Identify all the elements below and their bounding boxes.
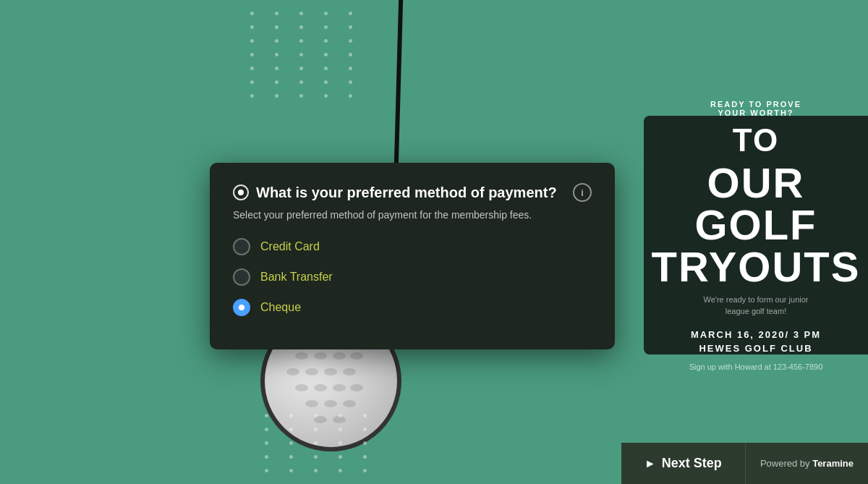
cheque-label: Cheque	[260, 301, 301, 314]
radio-icon-inner	[238, 190, 244, 195]
subtitle-text: We're ready to form our juniorleague gol…	[704, 294, 809, 318]
bank-transfer-label: Bank Transfer	[260, 271, 333, 284]
dot-pattern-bottom	[253, 402, 389, 484]
welcome-to-text: TO	[733, 124, 779, 156]
next-step-label: Next Step	[662, 456, 722, 471]
brand-name: Teramine	[812, 458, 854, 469]
event-date: MARCH 16, 2020/ 3 PM	[691, 329, 821, 340]
right-panel: READY TO PROVEYOUR WORTH? TO OUR GOLF TR…	[644, 116, 868, 354]
bank-transfer-radio[interactable]	[233, 268, 250, 286]
modal-header: What is your preferred method of payment…	[233, 183, 592, 202]
credit-card-option[interactable]: Credit Card	[233, 238, 592, 255]
next-step-arrow: ►	[644, 457, 656, 470]
modal-radio-icon	[233, 184, 249, 200]
credit-card-label: Credit Card	[260, 240, 320, 253]
powered-by-label: Powered by Teramine	[745, 443, 868, 484]
modal-subtitle: Select your preferred method of payment …	[233, 209, 592, 221]
payment-modal: What is your preferred method of payment…	[210, 163, 615, 349]
bank-transfer-option[interactable]: Bank Transfer	[233, 268, 592, 286]
signup-text: Sign up with Howard at 123-456-7890	[689, 362, 823, 371]
modal-title: What is your preferred method of payment…	[256, 184, 557, 201]
cheque-option[interactable]: Cheque	[233, 299, 592, 316]
credit-card-radio[interactable]	[233, 238, 250, 255]
event-location: HEWES GOLF CLUB	[699, 343, 812, 354]
cheque-radio[interactable]	[233, 299, 250, 316]
bottom-bar: ► Next Step Powered by Teramine	[621, 443, 868, 484]
modal-title-row: What is your preferred method of payment…	[233, 184, 557, 201]
golf-text: OUR GOLF TRYOUTS	[652, 162, 861, 288]
background: READY TO PROVEYOUR WORTH? TO OUR GOLF TR…	[0, 0, 868, 484]
ready-text: READY TO PROVEYOUR WORTH?	[710, 100, 801, 117]
info-icon[interactable]: i	[573, 183, 592, 202]
next-step-button[interactable]: ► Next Step	[621, 443, 745, 484]
